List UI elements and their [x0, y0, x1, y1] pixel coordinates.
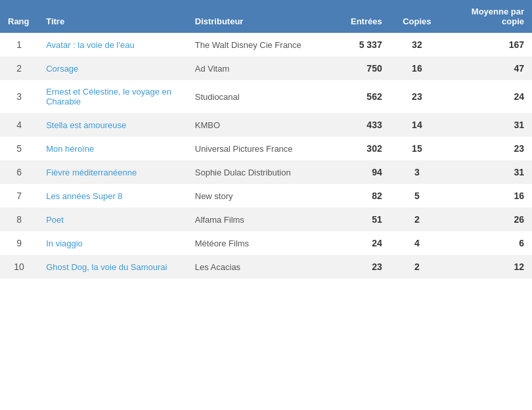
cell-distributeur: Les Acacias: [187, 255, 322, 279]
cell-distributeur: Alfama Films: [187, 208, 322, 231]
header-titre: Titre: [38, 0, 187, 33]
table-row: 8PoetAlfama Films51226: [0, 208, 532, 231]
cell-titre[interactable]: In viaggio: [38, 231, 187, 255]
cell-distributeur: Sophie Dulac Distribution: [187, 160, 322, 184]
cell-entrees: 24: [322, 231, 390, 255]
cell-rang: 1: [0, 33, 38, 57]
header-copies: Copies: [390, 0, 444, 33]
cell-entrees: 5 337: [322, 33, 390, 57]
cell-rang: 2: [0, 57, 38, 80]
cell-moyenne: 6: [444, 231, 532, 255]
cell-distributeur: The Walt Disney Cie France: [187, 33, 322, 57]
cell-titre[interactable]: Poet: [38, 208, 187, 231]
cell-copies: 32: [390, 33, 444, 57]
cell-copies: 15: [390, 137, 444, 160]
cell-entrees: 23: [322, 255, 390, 279]
cell-entrees: 51: [322, 208, 390, 231]
cell-rang: 8: [0, 208, 38, 231]
table-row: 10Ghost Dog, la voie du SamouraiLes Acac…: [0, 255, 532, 279]
cell-moyenne: 31: [444, 113, 532, 137]
cell-moyenne: 12: [444, 255, 532, 279]
cell-titre[interactable]: Stella est amoureuse: [38, 113, 187, 137]
table-row: 5Mon héroïneUniversal Pictures France302…: [0, 137, 532, 160]
cell-distributeur: Météore Films: [187, 231, 322, 255]
cell-moyenne: 26: [444, 208, 532, 231]
cell-copies: 16: [390, 57, 444, 80]
header-distributeur: Distributeur: [187, 0, 322, 33]
cell-titre[interactable]: Ghost Dog, la voie du Samourai: [38, 255, 187, 279]
table-row: 1Avatar : la voie de l'eauThe Walt Disne…: [0, 33, 532, 57]
table-row: 2CorsageAd Vitam7501647: [0, 57, 532, 80]
cell-distributeur: KMBO: [187, 113, 322, 137]
cell-copies: 2: [390, 208, 444, 231]
cell-rang: 6: [0, 160, 38, 184]
header-moyenne: Moyenne par copie: [444, 0, 532, 33]
cell-rang: 10: [0, 255, 38, 279]
cell-titre[interactable]: Corsage: [38, 57, 187, 80]
header-rang: Rang: [0, 0, 38, 33]
cell-moyenne: 31: [444, 160, 532, 184]
table-row: 7Les années Super 8New story82516: [0, 184, 532, 208]
table-row: 9In viaggioMétéore Films2446: [0, 231, 532, 255]
cell-copies: 14: [390, 113, 444, 137]
table-row: 4Stella est amoureuseKMBO4331431: [0, 113, 532, 137]
cell-rang: 4: [0, 113, 38, 137]
cell-moyenne: 16: [444, 184, 532, 208]
cell-distributeur: New story: [187, 184, 322, 208]
cell-titre[interactable]: Fièvre méditerranéenne: [38, 160, 187, 184]
cell-moyenne: 167: [444, 33, 532, 57]
cell-entrees: 433: [322, 113, 390, 137]
rankings-table: Rang Titre Distributeur Entrées Copies M…: [0, 0, 532, 279]
cell-copies: 4: [390, 231, 444, 255]
cell-copies: 23: [390, 80, 444, 113]
table-row: 3Ernest et Célestine, le voyage en Chara…: [0, 80, 532, 113]
table-row: 6Fièvre méditerranéenneSophie Dulac Dist…: [0, 160, 532, 184]
cell-rang: 9: [0, 231, 38, 255]
cell-moyenne: 47: [444, 57, 532, 80]
cell-moyenne: 23: [444, 137, 532, 160]
cell-moyenne: 24: [444, 80, 532, 113]
cell-entrees: 562: [322, 80, 390, 113]
cell-distributeur: Studiocanal: [187, 80, 322, 113]
cell-copies: 3: [390, 160, 444, 184]
cell-distributeur: Universal Pictures France: [187, 137, 322, 160]
cell-rang: 7: [0, 184, 38, 208]
cell-entrees: 94: [322, 160, 390, 184]
cell-copies: 2: [390, 255, 444, 279]
cell-distributeur: Ad Vitam: [187, 57, 322, 80]
header-entrees: Entrées: [322, 0, 390, 33]
cell-titre[interactable]: Les années Super 8: [38, 184, 187, 208]
cell-rang: 5: [0, 137, 38, 160]
cell-titre[interactable]: Mon héroïne: [38, 137, 187, 160]
table-header-row: Rang Titre Distributeur Entrées Copies M…: [0, 0, 532, 33]
cell-entrees: 82: [322, 184, 390, 208]
cell-rang: 3: [0, 80, 38, 113]
cell-copies: 5: [390, 184, 444, 208]
cell-entrees: 750: [322, 57, 390, 80]
cell-entrees: 302: [322, 137, 390, 160]
cell-titre[interactable]: Ernest et Célestine, le voyage en Charab…: [38, 80, 187, 113]
cell-titre[interactable]: Avatar : la voie de l'eau: [38, 33, 187, 57]
